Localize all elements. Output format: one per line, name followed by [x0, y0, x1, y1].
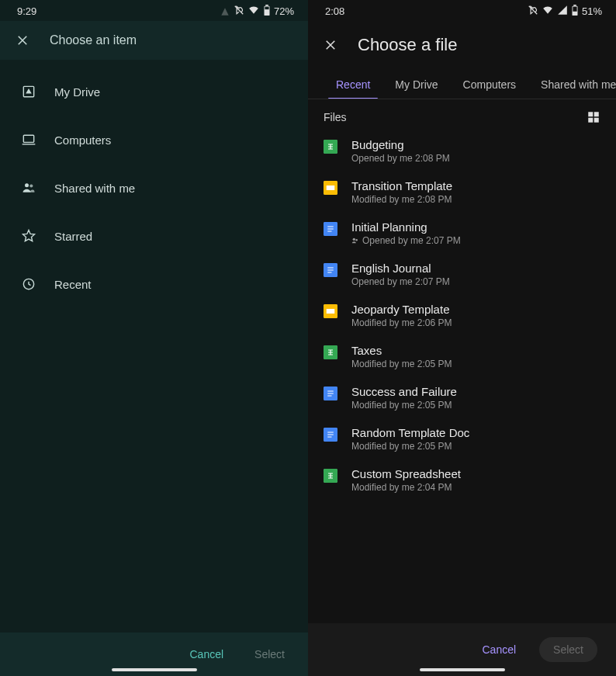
file-item[interactable]: Transition TemplateModified by me 2:08 P…: [308, 172, 616, 213]
source-label: Starred: [54, 230, 92, 243]
tab-bar: RecentMy DriveComputersShared with me: [308, 69, 616, 99]
source-item-laptop[interactable]: Computers: [0, 116, 308, 164]
source-list: My DriveComputersShared with meStarredRe…: [0, 60, 308, 633]
wifi-icon: [542, 5, 554, 18]
file-meta: Opened by me 2:07 PM: [351, 276, 450, 287]
file-item[interactable]: Custom SpreadsheetModified by me 2:04 PM: [308, 459, 616, 501]
tab-recent[interactable]: Recent: [324, 69, 382, 99]
svg-rect-13: [588, 118, 593, 123]
vibrate-icon: [234, 5, 244, 18]
file-meta: Modified by me 2:04 PM: [351, 482, 461, 493]
sheet-file-icon: [324, 345, 337, 359]
pane-choose-item: 9:29 72% Choose an item My DriveComputer…: [0, 0, 308, 676]
nav-indicator: [112, 668, 197, 671]
file-text: Transition TemplateModified by me 2:08 P…: [351, 179, 452, 205]
close-icon[interactable]: [324, 38, 337, 52]
svg-rect-10: [573, 7, 576, 12]
source-item-people[interactable]: Shared with me: [0, 164, 308, 212]
svg-rect-17: [327, 185, 335, 190]
select-button[interactable]: Select: [254, 648, 285, 660]
battery-icon: [571, 5, 579, 18]
file-name: Initial Planning: [351, 220, 461, 234]
svg-point-19: [353, 238, 355, 241]
file-item[interactable]: Random Template DocModified by me 2:05 P…: [308, 418, 616, 459]
slide-file-icon: [324, 304, 337, 318]
file-item[interactable]: Jeopardy TemplateModified by me 2:06 PM: [308, 295, 616, 336]
sheet-file-icon: [324, 469, 337, 483]
status-bar: 9:29 72%: [0, 0, 308, 21]
file-text: Initial PlanningOpened by me 2:07 PM: [351, 220, 461, 246]
svg-rect-14: [594, 118, 599, 123]
tab-computers[interactable]: Computers: [451, 69, 528, 99]
file-name: Random Template Doc: [351, 426, 469, 439]
file-name: Taxes: [351, 344, 452, 357]
file-meta: Opened by me 2:07 PM: [351, 235, 461, 246]
sheet-file-icon: [324, 140, 337, 154]
cancel-button[interactable]: Cancel: [472, 637, 525, 662]
doc-file-icon: [324, 428, 337, 442]
vibrate-icon: [528, 5, 538, 18]
page-title: Choose an item: [50, 33, 137, 47]
source-label: Shared with me: [54, 182, 135, 195]
star-icon: [20, 227, 37, 244]
status-icons-right: 72%: [220, 5, 294, 18]
file-item[interactable]: TaxesModified by me 2:05 PM: [308, 336, 616, 377]
close-icon[interactable]: [16, 33, 29, 47]
clock-icon: [20, 276, 37, 293]
doc-file-icon: [324, 222, 337, 236]
page-title: Choose a file: [358, 35, 457, 55]
file-meta: Opened by me 2:08 PM: [351, 153, 450, 164]
status-icons-right: 51%: [528, 5, 602, 18]
cancel-button[interactable]: Cancel: [189, 648, 223, 660]
svg-point-5: [25, 183, 29, 187]
file-item[interactable]: English JournalOpened by me 2:07 PM: [308, 254, 616, 295]
file-item[interactable]: BudgetingOpened by me 2:08 PM: [308, 130, 616, 172]
file-item[interactable]: Initial PlanningOpened by me 2:07 PM: [308, 213, 616, 254]
tab-my-drive[interactable]: My Drive: [382, 69, 450, 99]
wifi-icon: [247, 5, 260, 18]
source-item-star[interactable]: Starred: [0, 212, 308, 260]
file-name: Success and Failure: [351, 385, 457, 398]
slide-file-icon: [324, 181, 337, 195]
files-heading: Files: [324, 111, 347, 123]
people-icon: [20, 179, 37, 196]
file-meta: Modified by me 2:08 PM: [351, 194, 452, 205]
svg-rect-9: [573, 5, 576, 6]
select-button[interactable]: Select: [539, 637, 597, 662]
svg-rect-11: [588, 112, 593, 116]
svg-rect-12: [594, 112, 599, 116]
file-item[interactable]: Success and FailureModified by me 2:05 P…: [308, 377, 616, 418]
doc-file-icon: [324, 263, 337, 277]
tab-shared-with-me[interactable]: Shared with me: [528, 69, 616, 99]
files-header: Files: [308, 99, 616, 130]
file-text: English JournalOpened by me 2:07 PM: [351, 262, 450, 287]
file-list: BudgetingOpened by me 2:08 PMTransition …: [308, 130, 616, 623]
file-text: TaxesModified by me 2:05 PM: [351, 344, 452, 369]
doc-file-icon: [324, 387, 337, 400]
file-meta: Modified by me 2:05 PM: [351, 400, 457, 411]
grid-view-icon[interactable]: [587, 110, 600, 124]
svg-point-6: [29, 184, 33, 187]
file-meta: Modified by me 2:05 PM: [351, 441, 469, 452]
source-item-drive[interactable]: My Drive: [0, 68, 308, 116]
drive-icon: [20, 83, 37, 100]
signal-icon: [557, 5, 568, 18]
file-text: Custom SpreadsheetModified by me 2:04 PM: [351, 467, 461, 493]
source-item-clock[interactable]: Recent: [0, 260, 308, 308]
file-name: English Journal: [351, 262, 450, 275]
laptop-icon: [20, 131, 37, 148]
svg-rect-1: [265, 5, 268, 6]
svg-point-20: [355, 239, 358, 241]
source-label: Recent: [54, 278, 92, 291]
file-meta: Modified by me 2:05 PM: [351, 359, 452, 369]
shared-icon: [351, 237, 359, 244]
clock-text: 2:08: [325, 5, 344, 17]
status-bar: 2:08 51%: [308, 0, 616, 21]
signal-mute-icon: [220, 6, 230, 17]
svg-rect-23: [327, 309, 335, 314]
file-name: Budgeting: [351, 138, 450, 151]
file-text: Success and FailureModified by me 2:05 P…: [351, 385, 457, 411]
battery-text: 72%: [274, 5, 294, 17]
source-label: My Drive: [54, 85, 100, 99]
file-meta: Modified by me 2:06 PM: [351, 317, 452, 328]
